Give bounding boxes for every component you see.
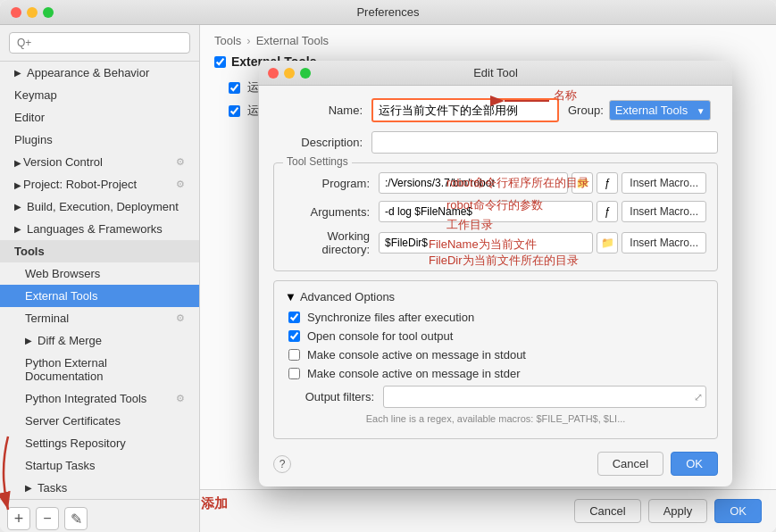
chevron-icon: ▶ <box>14 202 21 212</box>
description-input[interactable] <box>371 131 718 154</box>
close-button[interactable] <box>11 7 21 18</box>
sidebar-item-label: Tasks <box>38 481 67 495</box>
variable-icon: ƒ <box>605 177 611 189</box>
title-bar: Preferences <box>0 0 776 25</box>
active-stderr-checkbox[interactable] <box>288 368 300 379</box>
tool-settings-group: Tool Settings Program: 📁 ƒ Insert Macro.… <box>273 162 718 271</box>
window-title: Preferences <box>356 5 419 19</box>
remove-button[interactable]: − <box>36 507 59 530</box>
sidebar-item-project[interactable]: ▶Project: Robot-Project ⚙ <box>0 173 199 195</box>
sidebar-item-label: Version Control <box>23 155 103 169</box>
advanced-title: Advanced Options <box>300 290 395 303</box>
working-dir-insert-macro-button[interactable]: Insert Macro... <box>622 232 706 254</box>
sidebar-item-version-control[interactable]: ▶Version Control ⚙ <box>0 151 199 173</box>
sidebar-item-keymap[interactable]: Keymap <box>0 84 199 106</box>
cancel-button[interactable]: Cancel <box>574 499 640 523</box>
dialog-traffic-lights <box>268 68 311 79</box>
sidebar-item-label: Web Browsers <box>25 267 100 280</box>
program-input[interactable] <box>379 172 568 194</box>
tool-item-2-checkbox[interactable] <box>229 105 240 117</box>
sidebar-item-web-browsers[interactable]: Web Browsers <box>0 262 199 285</box>
working-dir-folder-btn[interactable]: 📁 <box>597 232 618 254</box>
sidebar-item-tasks[interactable]: ▶ Tasks <box>0 477 199 499</box>
sidebar-item-plugins[interactable]: Plugins <box>0 129 199 151</box>
description-row: Description: <box>273 131 718 154</box>
output-filters-label: Output filters: <box>285 390 383 403</box>
sidebar-item-tools[interactable]: Tools <box>0 240 199 262</box>
sync-files-checkbox[interactable] <box>288 312 300 323</box>
dialog-ok-button[interactable]: OK <box>671 452 718 476</box>
dialog-buttons: ? Cancel OK <box>273 446 718 478</box>
sidebar-item-external-tools[interactable]: External Tools <box>0 285 199 307</box>
sidebar-item-appearance[interactable]: ▶ Appearance & Behavior <box>0 62 199 84</box>
sidebar-item-diff-merge[interactable]: ▶ Diff & Merge <box>0 329 199 352</box>
sidebar-item-label: Build, Execution, Deployment <box>27 200 179 213</box>
tool-item-1-checkbox[interactable] <box>229 82 240 94</box>
help-button[interactable]: ? <box>273 455 291 473</box>
chevron-icon: ▶ <box>14 180 21 190</box>
edit-button[interactable]: ✎ <box>64 507 88 530</box>
apply-button[interactable]: Apply <box>648 499 708 523</box>
working-dir-row: Working directory: 📁 Insert Macro... <box>285 229 706 256</box>
sidebar-item-label: Python Integrated Tools <box>25 392 146 405</box>
dialog-max-button[interactable] <box>300 68 311 79</box>
sidebar-item-languages[interactable]: ▶ Languages & Frameworks <box>0 218 199 240</box>
arguments-input[interactable] <box>379 201 593 222</box>
sidebar-item-label: Appearance & Behavior <box>27 66 149 79</box>
dialog-title-bar: Edit Tool <box>259 61 732 86</box>
sidebar-item-editor[interactable]: Editor <box>0 106 199 129</box>
arguments-insert-macro-button[interactable]: Insert Macro... <box>622 201 706 222</box>
section-checkbox[interactable] <box>214 56 226 68</box>
maximize-button[interactable] <box>43 7 54 18</box>
group-label: Group: <box>568 104 604 117</box>
chevron-icon: ▶ <box>25 483 32 493</box>
active-stdout-checkbox[interactable] <box>288 349 300 361</box>
pencil-icon: ✎ <box>71 511 82 528</box>
sidebar-item-settings-repo[interactable]: Settings Repository <box>0 432 199 454</box>
output-filters-input[interactable] <box>383 386 706 408</box>
traffic-lights <box>11 7 54 18</box>
sidebar-item-terminal[interactable]: Terminal ⚙ <box>0 307 199 329</box>
sidebar-item-server-certs[interactable]: Server Certificates <box>0 410 199 432</box>
search-input[interactable] <box>9 32 190 54</box>
active-stdout-row: Make console active on message in stdout <box>285 348 706 362</box>
sidebar-item-label: Settings Repository <box>25 436 126 450</box>
breadcrumb-external-tools: External Tools <box>256 34 329 47</box>
variable-icon-btn[interactable]: ƒ <box>597 172 618 194</box>
name-input[interactable] <box>371 98 559 122</box>
open-console-checkbox[interactable] <box>288 330 300 342</box>
ok-button[interactable]: OK <box>714 499 762 523</box>
group-select[interactable]: External Tools <box>609 100 711 121</box>
question-mark-icon: ? <box>280 458 286 470</box>
sidebar-item-python-ext-doc[interactable]: Python External Documentation <box>0 352 199 387</box>
working-dir-input-group: 📁 Insert Macro... <box>379 232 706 254</box>
output-hint: Each line is a regex, available macros: … <box>285 413 706 424</box>
sidebar-item-label: Project: Robot-Project <box>23 178 137 191</box>
dialog-close-button[interactable] <box>268 68 279 79</box>
sidebar-item-build[interactable]: ▶ Build, Execution, Deployment <box>0 195 199 218</box>
chevron-icon: ▶ <box>14 158 21 168</box>
args-variable-icon-btn[interactable]: ƒ <box>597 201 618 222</box>
open-console-label: Open console for tool output <box>307 329 453 343</box>
sync-files-row: Synchronize files after execution <box>285 311 706 324</box>
advanced-section: ▼ Advanced Options Synchronize files aft… <box>273 280 718 439</box>
breadcrumb: Tools › External Tools <box>200 25 776 51</box>
minimize-button[interactable] <box>27 7 38 18</box>
program-insert-macro-button[interactable]: Insert Macro... <box>622 172 706 194</box>
search-box <box>0 25 199 62</box>
sidebar-item-startup-tasks[interactable]: Startup Tasks <box>0 454 199 477</box>
add-button[interactable]: + <box>7 507 30 530</box>
output-filters-row: Output filters: ⤢ <box>285 386 706 408</box>
sidebar-item-label: Plugins <box>14 133 53 146</box>
dialog-cancel-button[interactable]: Cancel <box>597 452 663 476</box>
active-stderr-row: Make console active on message in stder <box>285 367 706 380</box>
folder-icon-btn[interactable]: 📁 <box>572 172 593 194</box>
group-select-wrapper: External Tools ▼ <box>609 100 711 121</box>
program-input-group: 📁 ƒ Insert Macro... <box>379 172 706 194</box>
arguments-row: Arguments: ƒ Insert Macro... <box>285 201 706 222</box>
sidebar-item-python-integrated[interactable]: Python Integrated Tools ⚙ <box>0 387 199 410</box>
breadcrumb-tools: Tools <box>214 34 241 47</box>
plus-icon: + <box>14 510 24 528</box>
dialog-min-button[interactable] <box>284 68 295 79</box>
working-dir-input[interactable] <box>379 232 593 254</box>
